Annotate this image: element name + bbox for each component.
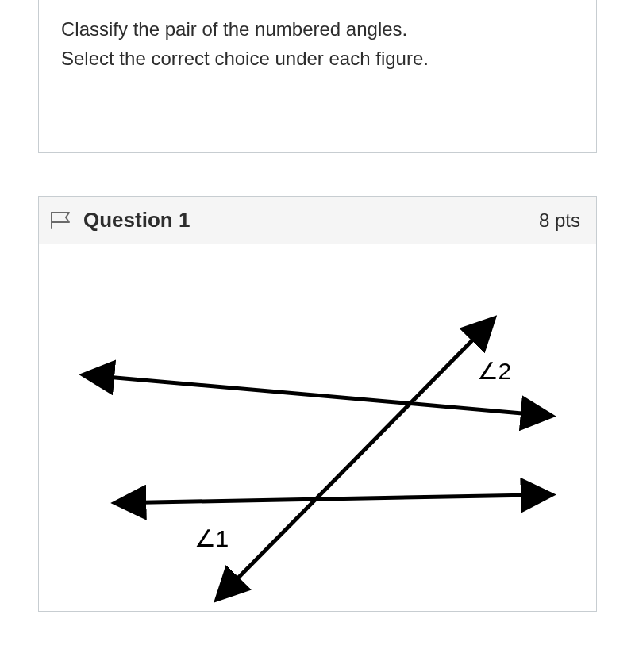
instruction-text-line2: Select the correct choice under each fig…	[61, 44, 574, 73]
angle1-label: ∠1	[194, 525, 229, 551]
angles-figure: ∠2 ∠1	[55, 300, 580, 602]
question-points: 8 pts	[539, 209, 580, 232]
instruction-text-line1: Classify the pair of the numbered angles…	[61, 14, 574, 44]
question-header: Question 1 8 pts	[39, 197, 596, 244]
spacer	[0, 153, 635, 196]
question-card: Question 1 8 pts ∠2 ∠1	[38, 196, 597, 611]
figure-area: ∠2 ∠1	[39, 244, 596, 610]
flag-icon[interactable]	[50, 211, 72, 230]
line-transversal	[222, 324, 489, 594]
instruction-box: Classify the pair of the numbered angles…	[38, 0, 597, 153]
angle2-label: ∠2	[477, 359, 512, 385]
line-lower	[122, 495, 545, 503]
question-title: Question 1	[83, 208, 539, 232]
